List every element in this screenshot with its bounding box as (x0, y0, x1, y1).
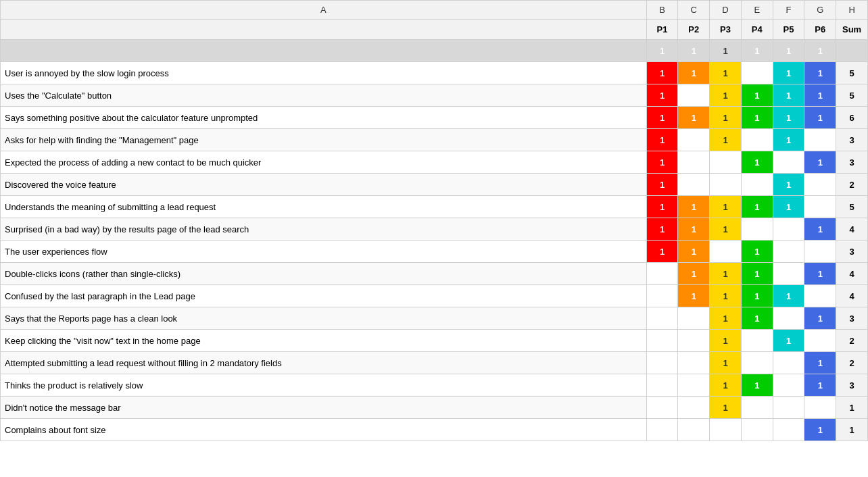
cell-p1 (646, 397, 678, 419)
cell-p1: 1 (646, 151, 678, 174)
p-header-row: P1 P2 P3 P4 P5 P6 Sum (1, 20, 868, 40)
cell-p3: 1 (710, 129, 742, 151)
table-row: The user experiences flow1113 (1, 241, 868, 263)
cell-sum: 6 (836, 107, 868, 129)
table-row: Expected the process of adding a new con… (1, 151, 868, 174)
cell-p6: 1 (804, 352, 836, 374)
cell-p2 (678, 307, 710, 330)
sum-header: Sum (836, 20, 868, 40)
cell-p1: 1 (646, 174, 678, 196)
cell-p4 (741, 352, 773, 374)
cell-p1: 1 (646, 84, 678, 107)
cell-p5: 1 (773, 62, 804, 84)
cell-p5: 1 (773, 84, 804, 107)
cell-p6: 1 (804, 218, 836, 241)
col-h-header: H (836, 1, 868, 20)
row-label: Says something positive about the calcul… (1, 107, 647, 129)
cell-p6 (804, 174, 836, 196)
row-label: Didn't notice the message bar (1, 397, 647, 419)
table-row: Keep clicking the "visit now" text in th… (1, 330, 868, 352)
cell-p6: 1 (804, 374, 836, 397)
p6-header: P6 (804, 20, 836, 40)
cell-p6: 1 (804, 307, 836, 330)
col-g-header: G (804, 1, 836, 20)
cell-sum: 2 (836, 352, 868, 374)
cell-p3: 1 (710, 374, 742, 397)
cell-p3: 1 (710, 218, 742, 241)
cell-p4: 1 (741, 263, 773, 285)
cell-p5 (773, 263, 804, 285)
cell-p6: 1 (804, 151, 836, 174)
table-row: Didn't notice the message bar11 (1, 397, 868, 419)
row-label: Asks for help with finding the "Manageme… (1, 129, 647, 151)
cell-p2: 1 (678, 218, 710, 241)
table-row: Discovered the voice feature112 (1, 174, 868, 196)
table-row: User is annoyed by the slow login proces… (1, 62, 868, 84)
cell-p2 (678, 352, 710, 374)
row-label: Uses the "Calculate" button (1, 84, 647, 107)
cell-p1 (646, 419, 678, 441)
cell-p3: 1 (710, 62, 742, 84)
cell-p3 (710, 419, 742, 441)
cell-sum: 3 (836, 307, 868, 330)
cell-p1: 1 (646, 107, 678, 129)
cell-p6: 1 (804, 62, 836, 84)
cell-p2: 1 (678, 285, 710, 307)
cell-sum: 4 (836, 263, 868, 285)
cell-p2: 1 (678, 62, 710, 84)
column-header-row: A B C D E F G H (1, 1, 868, 20)
cell-p1: 1 (646, 218, 678, 241)
table-row: Confused by the last paragraph in the Le… (1, 285, 868, 307)
cell-p5 (773, 397, 804, 419)
cell-sum: 2 (836, 174, 868, 196)
cell-p1 (646, 330, 678, 352)
cell-p4: 1 (741, 374, 773, 397)
cell-sum: 4 (836, 285, 868, 307)
cell-p4: 1 (741, 151, 773, 174)
cell-p6: 1 (804, 263, 836, 285)
table-row: 111111 (1, 40, 868, 62)
cell-sum: 5 (836, 196, 868, 218)
table-row: Understands the meaning of submitting a … (1, 196, 868, 218)
cell-p4 (741, 330, 773, 352)
cell-p1: 1 (646, 241, 678, 263)
cell-p3 (710, 174, 742, 196)
cell-p5 (773, 352, 804, 374)
row-label: Complains about font size (1, 419, 647, 441)
row-label: Keep clicking the "visit now" text in th… (1, 330, 647, 352)
cell-sum: 1 (836, 397, 868, 419)
cell-p1 (646, 352, 678, 374)
cell-p2: 1 (678, 241, 710, 263)
table-row: Complains about font size11 (1, 419, 868, 441)
row-label: The user experiences flow (1, 241, 647, 263)
cell-sum: 3 (836, 129, 868, 151)
table-row: Attempted submitting a lead request with… (1, 352, 868, 374)
cell-p3: 1 (710, 84, 742, 107)
row-label: Says that the Reports page has a clean l… (1, 307, 647, 330)
cell-p6 (804, 196, 836, 218)
cell-p3: 1 (710, 285, 742, 307)
cell-sum: 4 (836, 218, 868, 241)
cell-p2 (678, 330, 710, 352)
row-label: User is annoyed by the slow login proces… (1, 62, 647, 84)
cell-p1: 1 (646, 62, 678, 84)
cell-p4: 1 (741, 241, 773, 263)
cell-p3 (710, 241, 742, 263)
table-row: Uses the "Calculate" button111115 (1, 84, 868, 107)
p2-header: P2 (678, 20, 710, 40)
cell-p5 (773, 307, 804, 330)
cell-p6: 1 (804, 84, 836, 107)
cell-p2: 1 (678, 40, 710, 62)
p-header-empty (1, 20, 647, 40)
cell-p5 (773, 241, 804, 263)
p5-header: P5 (773, 20, 804, 40)
col-f-header: F (773, 1, 804, 20)
cell-sum: 5 (836, 84, 868, 107)
table-row: Thinks the product is relatively slow111… (1, 374, 868, 397)
cell-p2 (678, 374, 710, 397)
cell-p6 (804, 397, 836, 419)
cell-sum (836, 40, 868, 62)
cell-p1: 1 (646, 129, 678, 151)
table-row: Says that the Reports page has a clean l… (1, 307, 868, 330)
row-label: Thinks the product is relatively slow (1, 374, 647, 397)
